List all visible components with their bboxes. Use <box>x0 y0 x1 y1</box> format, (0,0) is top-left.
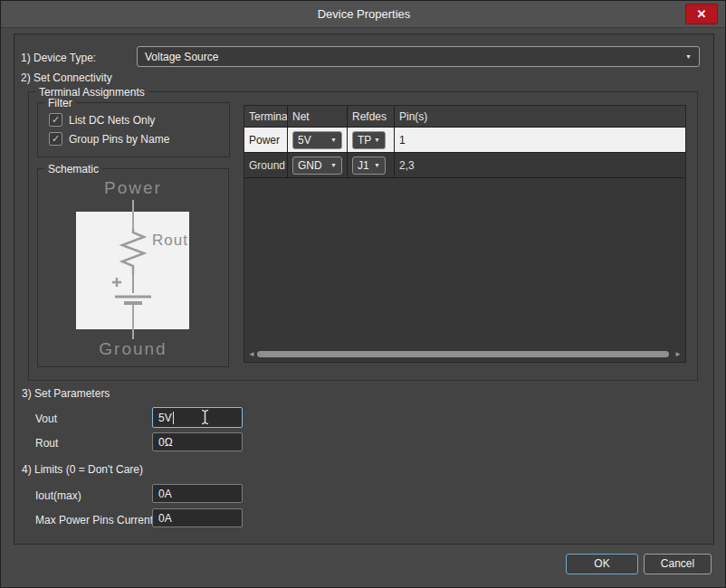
close-icon[interactable]: ✕ <box>685 4 718 24</box>
refdes-dropdown-ground[interactable]: J1 ▼ <box>352 156 386 175</box>
rout-label: Rout <box>35 437 58 450</box>
ok-button[interactable]: OK <box>566 554 638 574</box>
checkbox-checked-icon[interactable]: ✓ <box>49 132 62 146</box>
chevron-down-icon: ▼ <box>374 137 380 143</box>
net-dropdown-power[interactable]: 5V ▼ <box>292 131 342 149</box>
vout-input[interactable]: 5V <box>152 407 243 428</box>
pins-cell[interactable]: 1 <box>395 128 685 153</box>
chevron-down-icon: ▼ <box>374 162 380 168</box>
scroll-right-icon[interactable]: ► <box>673 348 683 360</box>
limits-label: 4) Limits (0 = Don't Care) <box>22 463 143 476</box>
net-dropdown-ground[interactable]: GND ▼ <box>292 156 342 175</box>
ibeam-mouse-cursor <box>200 409 210 425</box>
max-power-pins-current-label: Max Power Pins Current <box>35 514 153 526</box>
col-header-pins: Pin(s) <box>395 106 685 128</box>
chevron-down-icon: ▼ <box>330 137 337 143</box>
device-properties-dialog: Device Properties ✕ 1) Device Type: Volt… <box>0 0 726 588</box>
net-dropdown-value: 5V <box>298 134 311 147</box>
refdes-dropdown-power[interactable]: TP ▼ <box>352 131 386 149</box>
table-header-row: Terminal Net Refdes Pin(s) <box>244 106 685 128</box>
table-row-power[interactable]: Power 5V ▼ TP ▼ 1 <box>244 128 685 153</box>
scrollbar-thumb[interactable] <box>257 351 669 357</box>
device-type-label: 1) Device Type: <box>21 52 96 64</box>
checkbox-row-list-dc-nets[interactable]: ✓ List DC Nets Only <box>49 113 155 127</box>
horizontal-scrollbar[interactable]: ◄ ► <box>246 348 683 360</box>
chevron-down-icon: ▼ <box>685 53 692 60</box>
iout-max-value: 0A <box>158 488 172 500</box>
col-header-refdes: Refdes <box>348 106 395 128</box>
col-header-net: Net <box>288 106 348 128</box>
rout-value: 0Ω <box>158 436 173 449</box>
filter-title: Filter <box>44 97 76 109</box>
checkbox-label: List DC Nets Only <box>69 114 155 127</box>
checkbox-label: Group Pins by Name <box>69 133 169 146</box>
iout-max-input[interactable]: 0A <box>152 484 243 503</box>
filter-group: Filter ✓ List DC Nets Only ✓ Group Pins … <box>37 102 230 157</box>
max-power-pins-current-input[interactable]: 0A <box>152 508 243 527</box>
vout-label: Vout <box>35 413 57 425</box>
iout-max-label: Iout(max) <box>35 489 81 502</box>
table-row-ground[interactable]: Ground GND ▼ J1 ▼ 2,3 <box>244 153 685 178</box>
chevron-down-icon: ▼ <box>330 162 337 168</box>
set-connectivity-label: 2) Set Connectivity <box>21 71 112 84</box>
col-header-terminal: Terminal <box>244 106 288 128</box>
max-power-pins-current-value: 0A <box>158 512 172 525</box>
terminal-cell[interactable]: Power <box>244 128 288 153</box>
vout-value: 5V <box>158 412 172 424</box>
text-insertion-caret <box>173 412 174 424</box>
rout-component-label: Rout <box>152 232 188 250</box>
scrollbar-track[interactable] <box>257 348 673 360</box>
checkbox-row-group-pins[interactable]: ✓ Group Pins by Name <box>49 132 169 146</box>
dialog-title: Device Properties <box>1 7 726 21</box>
net-dropdown-value: GND <box>298 159 322 172</box>
scroll-left-icon[interactable]: ◄ <box>246 348 257 360</box>
title-bar[interactable]: Device Properties ✕ <box>1 1 726 28</box>
refdes-dropdown-value: J1 <box>358 159 369 172</box>
rout-input[interactable]: 0Ω <box>152 432 243 451</box>
terminal-table: Terminal Net Refdes Pin(s) Power 5V ▼ TP… <box>244 105 686 363</box>
refdes-dropdown-value: TP <box>358 134 371 147</box>
terminal-cell[interactable]: Ground <box>244 153 288 178</box>
set-parameters-label: 3) Set Parameters <box>22 387 110 400</box>
cancel-button[interactable]: Cancel <box>644 554 712 574</box>
pins-cell[interactable]: 2,3 <box>395 153 685 178</box>
checkbox-checked-icon[interactable]: ✓ <box>49 113 62 127</box>
device-type-value: Voltage Source <box>145 51 218 63</box>
device-type-dropdown[interactable]: Voltage Source ▼ <box>137 46 700 67</box>
voltage-source-schematic-drawing <box>37 173 229 354</box>
